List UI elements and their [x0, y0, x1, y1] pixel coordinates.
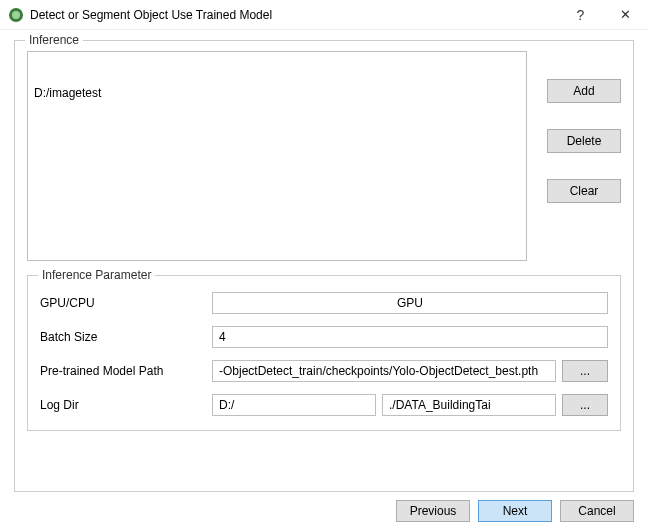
cancel-button[interactable]: Cancel [560, 500, 634, 522]
logdir-prefix-input[interactable] [212, 394, 376, 416]
help-button[interactable]: ? [558, 0, 603, 30]
window-title: Detect or Segment Object Use Trained Mod… [30, 8, 558, 22]
add-button[interactable]: Add [547, 79, 621, 103]
delete-button[interactable]: Delete [547, 129, 621, 153]
list-item[interactable]: D:/imagetest [34, 84, 520, 102]
model-label: Pre-trained Model Path [40, 364, 212, 378]
gpu-row: GPU/CPU GPU [40, 290, 608, 316]
next-button[interactable]: Next [478, 500, 552, 522]
logdir-browse-button[interactable]: ... [562, 394, 608, 416]
close-button[interactable]: ✕ [603, 0, 648, 30]
clear-button[interactable]: Clear [547, 179, 621, 203]
inference-side-buttons: Add Delete Clear [527, 51, 621, 261]
batch-row: Batch Size [40, 324, 608, 350]
app-icon [8, 7, 24, 23]
inference-upper: D:/imagetest Add Delete Clear [27, 51, 621, 261]
previous-button[interactable]: Previous [396, 500, 470, 522]
logdir-input[interactable] [382, 394, 556, 416]
gpu-dropdown[interactable]: GPU [212, 292, 608, 314]
logdir-label: Log Dir [40, 398, 212, 412]
inference-parameter-group: Inference Parameter GPU/CPU GPU Batch Si… [27, 275, 621, 431]
model-row: Pre-trained Model Path ... [40, 358, 608, 384]
inference-parameter-legend: Inference Parameter [38, 268, 155, 282]
model-path-input[interactable] [212, 360, 556, 382]
inference-listbox[interactable]: D:/imagetest [27, 51, 527, 261]
batch-input[interactable] [212, 326, 608, 348]
inference-legend: Inference [25, 33, 83, 47]
logdir-row: Log Dir ... [40, 392, 608, 418]
titlebar: Detect or Segment Object Use Trained Mod… [0, 0, 648, 30]
svg-point-1 [12, 11, 20, 19]
batch-label: Batch Size [40, 330, 212, 344]
footer: Previous Next Cancel [0, 492, 648, 530]
model-browse-button[interactable]: ... [562, 360, 608, 382]
client-area: Inference D:/imagetest Add Delete Clear … [0, 30, 648, 492]
inference-group: Inference D:/imagetest Add Delete Clear … [14, 40, 634, 492]
gpu-label: GPU/CPU [40, 296, 212, 310]
